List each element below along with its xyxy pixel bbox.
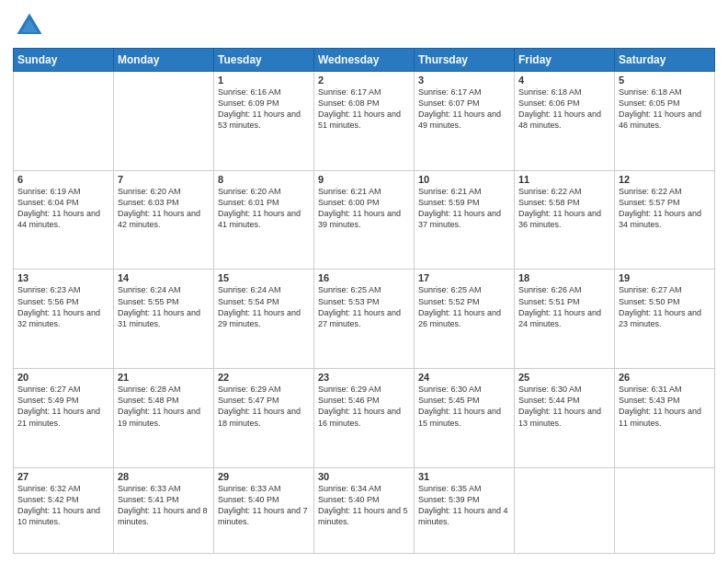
calendar-cell: 7Sunrise: 6:20 AMSunset: 6:03 PMDaylight… bbox=[114, 170, 214, 270]
day-info: Sunrise: 6:18 AMSunset: 6:06 PMDaylight:… bbox=[518, 86, 610, 132]
weekday-header: Tuesday bbox=[214, 49, 314, 72]
day-info: Sunrise: 6:35 AMSunset: 5:39 PMDaylight:… bbox=[418, 483, 510, 528]
day-info: Sunrise: 6:20 AMSunset: 6:01 PMDaylight:… bbox=[218, 186, 310, 231]
calendar-cell: 27Sunrise: 6:32 AMSunset: 5:42 PMDayligh… bbox=[14, 467, 114, 553]
calendar-cell: 15Sunrise: 6:24 AMSunset: 5:54 PMDayligh… bbox=[214, 270, 314, 369]
day-number: 6 bbox=[17, 174, 109, 185]
header bbox=[13, 9, 715, 42]
day-number: 19 bbox=[619, 272, 711, 283]
calendar-cell: 24Sunrise: 6:30 AMSunset: 5:45 PMDayligh… bbox=[415, 369, 515, 468]
calendar-cell: 3Sunrise: 6:17 AMSunset: 6:07 PMDaylight… bbox=[415, 72, 515, 171]
day-info: Sunrise: 6:22 AMSunset: 5:57 PMDaylight:… bbox=[619, 186, 711, 231]
calendar-cell: 28Sunrise: 6:33 AMSunset: 5:41 PMDayligh… bbox=[114, 467, 214, 553]
day-info: Sunrise: 6:27 AMSunset: 5:49 PMDaylight:… bbox=[17, 384, 109, 429]
weekday-header: Wednesday bbox=[314, 49, 415, 72]
day-info: Sunrise: 6:25 AMSunset: 5:52 PMDaylight:… bbox=[418, 284, 510, 329]
calendar-cell: 6Sunrise: 6:19 AMSunset: 6:04 PMDaylight… bbox=[14, 170, 114, 270]
day-info: Sunrise: 6:34 AMSunset: 5:40 PMDaylight:… bbox=[318, 483, 410, 528]
day-info: Sunrise: 6:25 AMSunset: 5:53 PMDaylight:… bbox=[318, 284, 410, 329]
day-info: Sunrise: 6:17 AMSunset: 6:07 PMDaylight:… bbox=[418, 86, 510, 132]
day-info: Sunrise: 6:16 AMSunset: 6:09 PMDaylight:… bbox=[218, 86, 310, 132]
day-info: Sunrise: 6:29 AMSunset: 5:46 PMDaylight:… bbox=[318, 384, 410, 429]
day-info: Sunrise: 6:31 AMSunset: 5:43 PMDaylight:… bbox=[619, 384, 711, 429]
calendar-cell: 23Sunrise: 6:29 AMSunset: 5:46 PMDayligh… bbox=[314, 369, 415, 468]
day-info: Sunrise: 6:24 AMSunset: 5:55 PMDaylight:… bbox=[118, 284, 210, 329]
day-number: 15 bbox=[218, 272, 310, 283]
day-info: Sunrise: 6:21 AMSunset: 6:00 PMDaylight:… bbox=[318, 186, 410, 231]
weekday-header: Sunday bbox=[14, 49, 114, 72]
day-number: 4 bbox=[518, 75, 610, 86]
logo bbox=[13, 9, 50, 42]
day-info: Sunrise: 6:29 AMSunset: 5:47 PMDaylight:… bbox=[218, 384, 310, 429]
day-number: 31 bbox=[418, 471, 510, 482]
day-info: Sunrise: 6:23 AMSunset: 5:56 PMDaylight:… bbox=[17, 284, 109, 329]
day-info: Sunrise: 6:20 AMSunset: 6:03 PMDaylight:… bbox=[118, 186, 210, 231]
day-number: 13 bbox=[17, 272, 109, 283]
day-number: 11 bbox=[518, 174, 610, 185]
day-number: 27 bbox=[17, 471, 109, 482]
day-number: 7 bbox=[118, 174, 210, 185]
day-info: Sunrise: 6:28 AMSunset: 5:48 PMDaylight:… bbox=[118, 384, 210, 429]
day-number: 21 bbox=[118, 372, 210, 383]
weekday-header: Saturday bbox=[615, 49, 715, 72]
day-number: 1 bbox=[218, 75, 310, 86]
day-number: 20 bbox=[17, 372, 109, 383]
weekday-header: Friday bbox=[515, 49, 615, 72]
day-info: Sunrise: 6:33 AMSunset: 5:41 PMDaylight:… bbox=[118, 483, 210, 528]
day-number: 29 bbox=[218, 471, 310, 482]
day-info: Sunrise: 6:30 AMSunset: 5:44 PMDaylight:… bbox=[518, 384, 610, 429]
weekday-header: Thursday bbox=[415, 49, 515, 72]
day-number: 3 bbox=[418, 75, 510, 86]
day-info: Sunrise: 6:26 AMSunset: 5:51 PMDaylight:… bbox=[518, 284, 610, 329]
calendar-week-row: 20Sunrise: 6:27 AMSunset: 5:49 PMDayligh… bbox=[14, 369, 715, 468]
day-number: 8 bbox=[218, 174, 310, 185]
day-number: 30 bbox=[318, 471, 410, 482]
calendar-cell bbox=[515, 467, 615, 553]
day-number: 18 bbox=[518, 272, 610, 283]
day-info: Sunrise: 6:22 AMSunset: 5:58 PMDaylight:… bbox=[518, 186, 610, 231]
day-number: 9 bbox=[318, 174, 410, 185]
day-number: 28 bbox=[118, 471, 210, 482]
day-number: 16 bbox=[318, 272, 410, 283]
calendar-cell: 18Sunrise: 6:26 AMSunset: 5:51 PMDayligh… bbox=[515, 270, 615, 369]
weekday-header-row: SundayMondayTuesdayWednesdayThursdayFrid… bbox=[14, 49, 715, 72]
calendar-week-row: 13Sunrise: 6:23 AMSunset: 5:56 PMDayligh… bbox=[14, 270, 715, 369]
day-info: Sunrise: 6:32 AMSunset: 5:42 PMDaylight:… bbox=[17, 483, 109, 528]
calendar-cell: 5Sunrise: 6:18 AMSunset: 6:05 PMDaylight… bbox=[615, 72, 715, 171]
day-info: Sunrise: 6:17 AMSunset: 6:08 PMDaylight:… bbox=[318, 86, 410, 132]
calendar-cell: 21Sunrise: 6:28 AMSunset: 5:48 PMDayligh… bbox=[114, 369, 214, 468]
day-info: Sunrise: 6:19 AMSunset: 6:04 PMDaylight:… bbox=[17, 186, 109, 231]
day-number: 14 bbox=[118, 272, 210, 283]
calendar-cell: 30Sunrise: 6:34 AMSunset: 5:40 PMDayligh… bbox=[314, 467, 415, 553]
calendar-cell bbox=[114, 72, 214, 171]
calendar-cell: 20Sunrise: 6:27 AMSunset: 5:49 PMDayligh… bbox=[14, 369, 114, 468]
day-number: 5 bbox=[619, 75, 711, 86]
calendar-cell: 29Sunrise: 6:33 AMSunset: 5:40 PMDayligh… bbox=[214, 467, 314, 553]
day-number: 17 bbox=[418, 272, 510, 283]
calendar-cell: 19Sunrise: 6:27 AMSunset: 5:50 PMDayligh… bbox=[615, 270, 715, 369]
calendar-cell: 16Sunrise: 6:25 AMSunset: 5:53 PMDayligh… bbox=[314, 270, 415, 369]
calendar-week-row: 1Sunrise: 6:16 AMSunset: 6:09 PMDaylight… bbox=[14, 72, 715, 171]
day-number: 22 bbox=[218, 372, 310, 383]
calendar-cell: 31Sunrise: 6:35 AMSunset: 5:39 PMDayligh… bbox=[415, 467, 515, 553]
calendar-cell: 14Sunrise: 6:24 AMSunset: 5:55 PMDayligh… bbox=[114, 270, 214, 369]
day-number: 24 bbox=[418, 372, 510, 383]
day-number: 10 bbox=[418, 174, 510, 185]
calendar-cell: 17Sunrise: 6:25 AMSunset: 5:52 PMDayligh… bbox=[415, 270, 515, 369]
calendar-cell: 13Sunrise: 6:23 AMSunset: 5:56 PMDayligh… bbox=[14, 270, 114, 369]
calendar-cell: 22Sunrise: 6:29 AMSunset: 5:47 PMDayligh… bbox=[214, 369, 314, 468]
calendar-cell: 25Sunrise: 6:30 AMSunset: 5:44 PMDayligh… bbox=[515, 369, 615, 468]
calendar-cell: 10Sunrise: 6:21 AMSunset: 5:59 PMDayligh… bbox=[415, 170, 515, 270]
calendar-cell bbox=[14, 72, 114, 171]
day-info: Sunrise: 6:30 AMSunset: 5:45 PMDaylight:… bbox=[418, 384, 510, 429]
calendar-cell bbox=[615, 467, 715, 553]
day-number: 2 bbox=[318, 75, 410, 86]
calendar-cell: 26Sunrise: 6:31 AMSunset: 5:43 PMDayligh… bbox=[615, 369, 715, 468]
day-number: 26 bbox=[619, 372, 711, 383]
page: SundayMondayTuesdayWednesdayThursdayFrid… bbox=[0, 0, 728, 563]
day-info: Sunrise: 6:18 AMSunset: 6:05 PMDaylight:… bbox=[619, 86, 711, 132]
day-info: Sunrise: 6:21 AMSunset: 5:59 PMDaylight:… bbox=[418, 186, 510, 231]
calendar-cell: 8Sunrise: 6:20 AMSunset: 6:01 PMDaylight… bbox=[214, 170, 314, 270]
calendar-cell: 1Sunrise: 6:16 AMSunset: 6:09 PMDaylight… bbox=[214, 72, 314, 171]
day-info: Sunrise: 6:24 AMSunset: 5:54 PMDaylight:… bbox=[218, 284, 310, 329]
